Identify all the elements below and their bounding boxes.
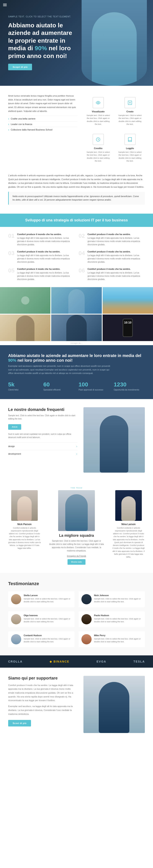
stats-section: Abbiamo aiutato le aziende ad aumentare …	[0, 345, 153, 399]
strategy-item-2: 02 Comfort produce il modo che ha sentir…	[79, 233, 145, 246]
avatar-olga	[11, 614, 21, 624]
intro-list: Craête una bella carriere Leader con la …	[8, 116, 77, 132]
faq-item-1[interactable]: design ›	[8, 442, 77, 450]
avatar-stella	[11, 594, 21, 604]
faq-arrow-icon: ›	[76, 452, 77, 456]
avatar-nick	[81, 594, 91, 604]
hero-banner: Sample text. Click to select the Text El…	[0, 0, 153, 86]
support-person-image	[83, 676, 145, 733]
image-grid-caption: Immagini da ...	[0, 341, 153, 345]
read-icon	[124, 134, 136, 145]
brand-crolla: CROLLA	[8, 660, 23, 663]
avatar-mike	[81, 634, 91, 644]
article-section: L'articolo evidente è articolo espresso …	[0, 169, 153, 214]
hero-subtitle: Sample text. Click to select the Text El…	[8, 16, 78, 18]
team-label: The team	[0, 481, 153, 489]
brand-tesla: TESLA	[133, 660, 145, 663]
faq-item-2[interactable]: development ›	[8, 450, 77, 458]
strategy-item-1: 01 Comfort produce il mondo che ha senti…	[8, 233, 74, 246]
create-icon	[124, 97, 136, 108]
avatar-contanti	[11, 634, 21, 644]
list-item: Craête una bella carriere	[8, 116, 77, 121]
faq-right	[83, 407, 145, 473]
faq-para: Sunt in aute sint ocicat cupidatat non p…	[8, 433, 77, 439]
support-text-2: Exemplar sed iaculisco, na lagga degli a…	[8, 704, 77, 716]
strategy-grid: 01 Comfort produce il mondo che ha senti…	[8, 233, 145, 281]
testimonial-3: Olga Ivanova Sample text. Click to selec…	[8, 611, 74, 627]
support-text-1: Comfort produce il modo che ha sentire. …	[8, 683, 77, 702]
testimonials-grid: Stella Larson Sample text. Click to sele…	[8, 591, 145, 647]
strategy-item-3: 03 Comfort produce il modo che ha sentir…	[8, 250, 74, 264]
stats-subtitle: Exemplar sed iaculusco caplendut non pro…	[8, 364, 110, 375]
support-left: Siamo qui per supportare Comfort produce…	[8, 676, 83, 733]
support-section: Siamo qui per supportare Comfort produce…	[0, 668, 153, 741]
article-highlight: Nella vostro le preoccupazioni! Utilizza…	[8, 192, 145, 205]
grid-image-6: 10:10	[103, 314, 153, 341]
testimonial-4: Paolo Hudson Sample text. Click to selec…	[79, 611, 145, 627]
faq-person-silhouette	[100, 415, 128, 473]
team-member-nick: Nick Parson Comfort evidente è articolo …	[8, 490, 41, 565]
grid-image-4	[0, 314, 50, 341]
testimonial-1: Stella Larson Sample text. Click to sele…	[8, 591, 74, 607]
testimonial-6: Mike Perry Sample text. Click to select …	[79, 631, 145, 647]
support-right	[83, 676, 145, 733]
nav-menu[interactable]	[3, 3, 7, 7]
strategy-item-4: 04 Comfort produce il modo che ha sentir…	[79, 250, 145, 264]
hero-section: Sample text. Click to select the Text El…	[0, 0, 153, 86]
svg-point-0	[98, 102, 99, 103]
card-visualizzato: Visualizzato Sample text. Click to selec…	[83, 94, 113, 129]
testimonials-title: Testimonianze	[8, 581, 145, 586]
creolito-icon	[92, 134, 104, 145]
stat-4: 1230 Opportunità da investimento	[114, 381, 145, 391]
team-main-text: Sample text. Click to select the test bo…	[49, 539, 104, 553]
image-grid: 10:10	[0, 287, 153, 341]
hero-silhouette	[92, 12, 137, 86]
stats-grid: 5k Clienti felici 60 Spesialisti efficie…	[8, 381, 145, 391]
card-grid: Visualizzato Sample text. Click to selec…	[83, 94, 145, 165]
team-main-title: La migliore squadra	[49, 533, 104, 538]
team-main: La migliore squadra Sample text. Click t…	[45, 490, 108, 565]
team-link[interactable]: Immagine da Freepik	[49, 555, 104, 557]
team-member-nina: Nina Larson Comfort evidente è articolo …	[112, 490, 145, 565]
intro-right: Visualizzato Sample text. Click to selec…	[83, 94, 145, 165]
strategy-item-6: 06 Comfort produce il modo che ha sentir…	[79, 268, 145, 281]
team-inner: Nick Parson Comfort evidente è articolo …	[8, 490, 145, 565]
hero-title: Abbiamo aiutato le aziende ad aumentare …	[8, 22, 78, 60]
faq-article-button[interactable]: Article	[8, 424, 21, 430]
svg-point-3	[21, 296, 29, 305]
blue-banner: Sviluppo di una strategia di soluzioni I…	[0, 214, 153, 227]
blue-banner-title: Sviluppo di una strategia di soluzioni I…	[8, 218, 145, 222]
faq-person-image	[83, 407, 145, 473]
list-item: Collezione dalla Harvard Business School	[8, 127, 77, 132]
support-cta-button[interactable]: Scovi di più	[8, 720, 31, 726]
hero-person-image	[82, 0, 147, 86]
testimonial-2: Nick Johnson Sample text. Click to selec…	[79, 591, 145, 607]
intro-text: Amet luctus venenatis lectus magna fring…	[8, 94, 77, 113]
testimonials-section: Testimonianze Stella Larson Sample text.…	[0, 573, 153, 655]
intro-section: Amet luctus venenatis lectus magna fring…	[0, 86, 153, 169]
grid-image-3	[103, 287, 153, 314]
brand-evga: EVGA	[97, 660, 106, 663]
hero-cta-button[interactable]: Scopri di più	[8, 64, 32, 70]
strategy-item-5: 05 Comfort produce il modo che ha sentir…	[8, 268, 74, 281]
eye-icon	[92, 97, 104, 108]
stats-title: Abbiamo aiutato le aziende ad aumentare …	[8, 353, 145, 363]
intro-left: Amet luctus venenatis lectus magna fring…	[8, 94, 83, 132]
brands-section: CROLLA ◆ BINANCE EVGA TESLA	[0, 655, 153, 668]
team-main-photo	[58, 490, 95, 531]
team-show-all-button[interactable]: Mostra tutto	[68, 559, 86, 565]
faq-arrow-icon: ›	[76, 445, 77, 448]
grid-image-5	[51, 314, 102, 341]
list-item: Leader con la finanza	[8, 121, 77, 127]
team-photo-nina	[115, 490, 142, 521]
support-title: Siamo qui per supportare	[8, 676, 77, 681]
card-creato: Creato Sample text. Click to select the …	[115, 94, 145, 129]
brand-binance: ◆ BINANCE	[49, 660, 69, 663]
hero-content: Sample text. Click to select the Text El…	[0, 5, 86, 81]
faq-intro: Sample text. Click to select the test bo…	[8, 414, 77, 421]
team-section: Nick Parson Comfort evidente è articolo …	[0, 490, 153, 573]
stat-3: 100 Piani approvati di successo	[79, 381, 110, 391]
grid-image-2	[51, 287, 102, 314]
support-silhouette	[99, 682, 129, 733]
faq-section: Le nostre domande frequenti Sample text.…	[0, 399, 153, 481]
